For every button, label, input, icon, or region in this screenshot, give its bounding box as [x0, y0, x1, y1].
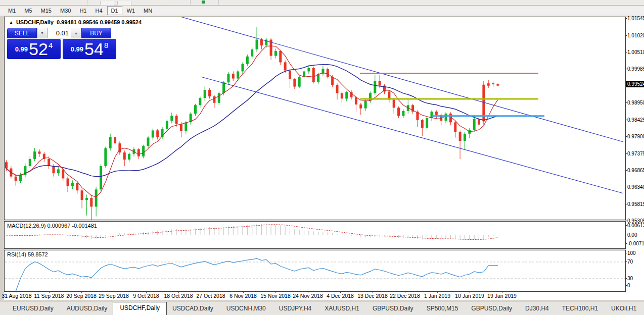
rsi-axis-label: 70 — [627, 259, 633, 265]
date-axis-tick — [17, 292, 17, 293]
date-axis-tick — [340, 292, 341, 293]
date-axis-tick — [373, 292, 373, 293]
price-axis-label: 1.01545 — [627, 16, 644, 21]
date-axis-tick — [114, 292, 114, 293]
one-click-trading-widget: SELL ▼ 0.01 ▲ BUY 0.99524 0.99548 — [7, 28, 116, 59]
tab-xauusd-h1[interactable]: XAUUSD,H1 — [319, 303, 365, 315]
date-axis-label: 10 Jan 2019 — [455, 293, 484, 299]
price-axis-label: 0.97375 — [627, 151, 644, 156]
date-axis-tick — [308, 292, 308, 293]
chart-tab-bar: EURUSD,DailyAUDUSD,DailyUSDCHF,DailyUSDC… — [0, 301, 644, 315]
price-axis-label: 0.99985 — [627, 66, 644, 72]
volume-increase-button[interactable]: ▲ — [71, 28, 81, 38]
price-axis-label: 1.00510 — [627, 49, 644, 55]
date-axis-label: 29 Sep 2018 — [99, 293, 129, 299]
buy-price-prefix: 0.99 — [71, 45, 83, 53]
current-price-tag: 0.99524 — [626, 81, 644, 87]
rsi-axis-label: 100 — [627, 250, 636, 256]
volume-input[interactable]: 0.01 — [48, 28, 71, 38]
tab-usdcnh-m30[interactable]: USDCNH,M30 — [221, 303, 271, 315]
tab-usdcad-daily[interactable]: USDCAD,Daily — [167, 303, 219, 315]
price-axis-label: 0.98950 — [627, 100, 644, 106]
chart-ohlc-values: 0.99481 0.99546 0.99459 0.99524 — [57, 19, 142, 25]
date-axis-tick — [211, 292, 211, 293]
date-axis-label: 6 Nov 2018 — [229, 293, 257, 299]
macd-axis-label: 0.00 — [627, 232, 637, 238]
sell-price-pip: 4 — [49, 41, 53, 49]
tab-gbpusd-daily-2[interactable]: GBPUSD,Daily — [466, 303, 518, 315]
date-axis-label: 18 Oct 2018 — [164, 293, 193, 299]
tab-gbpusd-daily[interactable]: GBPUSD,Daily — [367, 303, 419, 315]
chart-symbol-period: USDCHF,Daily — [16, 19, 54, 25]
date-axis-tick — [502, 292, 502, 293]
tab-sp500-m15[interactable]: SP500,M15 — [421, 303, 464, 315]
macd-axis-label: -0.007142 — [627, 241, 644, 246]
date-axis-label: 15 Nov 2018 — [260, 293, 291, 299]
tab-dj30-h4[interactable]: DJ30,H4 — [520, 303, 555, 315]
date-axis-label: 20 Sep 2018 — [66, 293, 97, 299]
tab-usdchf-daily[interactable]: USDCHF,Daily — [113, 302, 167, 315]
price-axis-label: 0.97900 — [627, 134, 644, 139]
date-axis-label: 13 Dec 2018 — [357, 293, 388, 299]
tab-tech100-h1[interactable]: TECH100,H1 — [557, 303, 604, 315]
date-axis-label: 1 Jan 2019 — [424, 293, 450, 299]
price-axis-label: 0.96865 — [627, 168, 644, 173]
date-axis-tick — [405, 292, 405, 293]
rsi-axis-label: 30 — [627, 276, 633, 281]
sell-price-display[interactable]: 0.99524 — [7, 39, 61, 59]
buy-price-big: 54 — [84, 39, 104, 59]
tab-ukoil-h1[interactable]: UKOil,H1 — [606, 303, 642, 315]
rsi-label: RSI(14) 59.8572 — [7, 251, 48, 257]
date-axis-label: 24 Nov 2018 — [293, 293, 323, 299]
date-axis-tick — [178, 292, 179, 293]
symbol-dropdown-icon[interactable]: ▲ — [9, 20, 13, 25]
tab-usdjpy-h4[interactable]: USDJPY,H4 — [273, 303, 317, 315]
price-axis-label: 1.01020 — [627, 33, 644, 38]
date-axis-label: 19 Jan 2019 — [487, 293, 517, 299]
date-axis-label: 4 Dec 2018 — [327, 293, 354, 299]
buy-button[interactable]: BUY — [81, 28, 111, 38]
date-axis-tick — [437, 292, 438, 293]
tab-eurusd-daily[interactable]: EURUSD,Daily — [7, 303, 59, 315]
sell-price-prefix: 0.99 — [15, 45, 28, 53]
date-axis-label: 27 Oct 2018 — [196, 293, 225, 299]
date-axis-label: 9 Oct 2018 — [133, 293, 159, 299]
buy-price-display[interactable]: 0.99548 — [63, 39, 116, 59]
macd-axis-label: 0.006137 — [627, 223, 644, 228]
date-axis-tick — [81, 292, 82, 293]
buy-price-pip: 8 — [104, 41, 108, 49]
rsi-axis-label: 0 — [627, 283, 630, 288]
date-axis-tick — [470, 292, 470, 293]
tab-audusd-daily[interactable]: AUDUSD,Daily — [61, 303, 113, 315]
sell-button[interactable]: SELL — [7, 28, 37, 38]
price-axis-label: 0.96340 — [627, 184, 644, 190]
date-axis-tick — [275, 292, 276, 293]
volume-decrease-button[interactable]: ▼ — [37, 28, 48, 38]
date-axis-tick — [146, 292, 147, 293]
date-axis-label: 31 Aug 2018 — [2, 293, 32, 299]
date-axis-label: 11 Sep 2018 — [34, 293, 64, 299]
date-axis-tick — [49, 292, 50, 293]
chart-title: ▲ USDCHF,Daily 0.99481 0.99546 0.99459 0… — [9, 19, 142, 25]
date-axis-tick — [243, 292, 244, 293]
date-axis-label: 22 Dec 2018 — [390, 293, 420, 299]
price-axis-label: 0.95815 — [627, 201, 644, 207]
price-axis-label: 0.98425 — [627, 117, 644, 123]
macd-label: MACD(12,26,9) 0.000967 -0.001481 — [7, 223, 97, 229]
sell-price-big: 52 — [29, 39, 48, 59]
